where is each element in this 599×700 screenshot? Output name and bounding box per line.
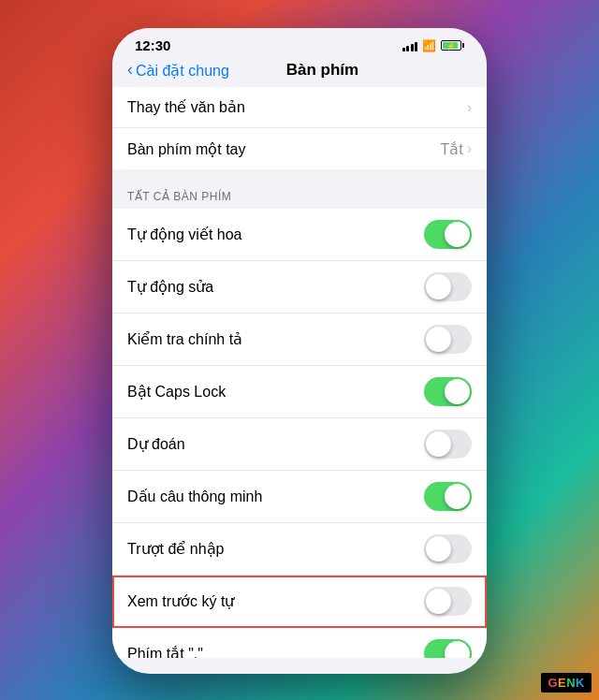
row-label: Phím tắt "." [127,645,203,658]
toggle-switch[interactable] [424,482,472,511]
keyboard-toggles: Tự động viết hoaTự động sửaKiểm tra chín… [112,209,487,658]
row-label: Bàn phím một tay [127,140,246,158]
toggle-knob [445,379,470,404]
toggle-knob [445,641,470,658]
signal-icon [402,40,418,51]
toggle-switch[interactable] [424,534,472,563]
list-item[interactable]: Thay thế văn bản › [112,87,487,128]
back-label: Cài đặt chung [136,62,229,80]
list-item[interactable]: Xem trước ký tự [112,576,487,628]
genk-watermark: GENK [541,673,592,693]
row-value: › [467,99,472,116]
chevron-right-icon: › [467,99,472,116]
toggle-switch[interactable] [424,377,472,406]
list-item[interactable]: Bật Caps Lock [112,366,487,418]
battery-icon: ⚡ [441,40,464,51]
list-item[interactable]: Trượt để nhập [112,523,487,576]
row-label: Xem trước ký tự [127,592,234,610]
chevron-right-icon: › [467,140,472,157]
row-label: Dự đoán [127,435,185,453]
toggle-switch[interactable] [424,272,472,301]
list-item[interactable]: Dấu câu thông minh [112,471,487,523]
back-button[interactable]: ‹ Cài đặt chung [127,61,229,80]
list-item[interactable]: Phím tắt "." [112,628,487,658]
row-label: Tự động sửa [127,278,213,296]
toggle-switch[interactable] [424,220,472,249]
row-label: Kiểm tra chính tả [127,330,242,348]
row-value: Tắt › [440,140,472,158]
nav-bar: ‹ Cài đặt chung Bàn phím [112,57,487,87]
toggle-switch[interactable] [424,430,472,459]
all-keyboards-group: TẤT CẢ BÀN PHÍM Tự động viết hoaTự động … [112,177,487,658]
row-label: Thay thế văn bản [127,98,245,116]
row-label: Dấu câu thông minh [127,488,262,505]
list-item[interactable]: Tự động sửa [112,261,487,314]
wifi-icon: 📶 [422,39,436,52]
list-item[interactable]: Kiểm tra chính tả [112,314,487,366]
toggle-knob [426,274,451,299]
list-item[interactable]: Tự động viết hoa [112,209,487,261]
toggle-knob [445,484,470,509]
row-label: Bật Caps Lock [127,383,226,401]
toggle-switch[interactable] [424,587,472,616]
toggle-switch[interactable] [424,325,472,354]
toggle-knob [426,327,451,352]
status-icons: 📶 ⚡ [402,39,465,52]
list-item[interactable]: Dự đoán [112,418,487,471]
phone-frame: 12:30 📶 ⚡ ‹ Cài đặt chung Bàn phím [112,28,487,674]
toggle-switch[interactable] [424,639,472,658]
toggle-knob [426,431,451,457]
status-time: 12:30 [135,37,170,53]
row-label: Trượt để nhập [127,540,224,558]
top-group: Thay thế văn bản › Bàn phím một tay Tắt … [112,87,487,169]
status-bar: 12:30 📶 ⚡ [112,28,487,57]
row-label: Tự động viết hoa [127,226,242,243]
back-chevron-icon: ‹ [127,60,133,80]
section-label: TẤT CẢ BÀN PHÍM [112,177,487,209]
toggle-knob [426,536,451,561]
toggle-knob [426,589,451,614]
page-title: Bàn phím [229,61,416,80]
settings-content: Thay thế văn bản › Bàn phím một tay Tắt … [112,87,487,658]
list-item[interactable]: Bàn phím một tay Tắt › [112,128,487,169]
toggle-knob [445,222,470,247]
